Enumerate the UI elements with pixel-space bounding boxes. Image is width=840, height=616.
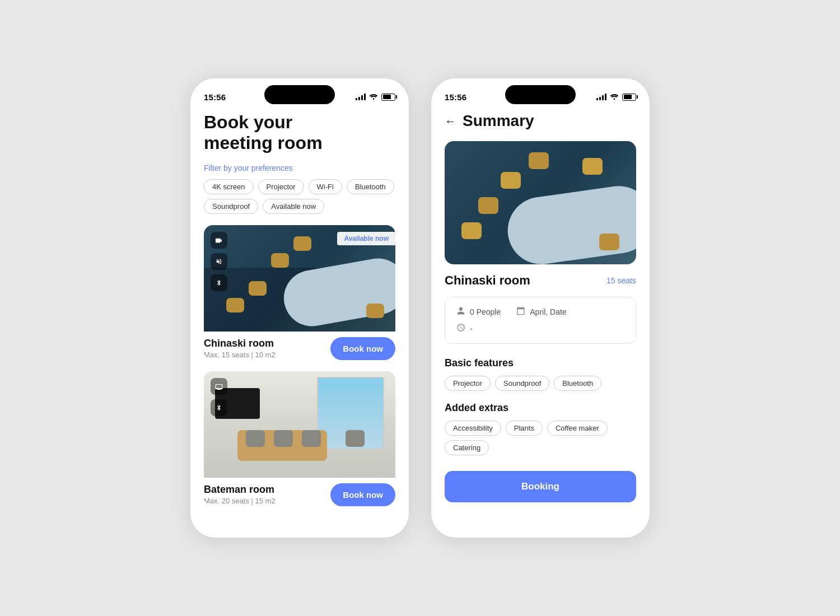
chip-4kscreen[interactable]: 4K screen: [204, 179, 254, 194]
summary-seats: 15 seats: [606, 276, 636, 285]
chair-lg-6: [582, 158, 603, 175]
room-image-chinaski: Available now: [204, 225, 395, 332]
summary-room-image: [445, 141, 636, 264]
screen2-content: ← Summary Chinaski room 15 seats: [431, 108, 650, 502]
extra-plants: Plants: [506, 421, 543, 436]
time-value: -: [470, 324, 473, 333]
room-card-bateman: Bateman room Max. 20 seats | 15 m2 Book …: [204, 371, 395, 506]
phone-screen1: 15:56 Book yourmeeting room Filter by yo…: [190, 78, 409, 538]
table-large: [503, 181, 636, 264]
extra-accessibility: Accessibility: [445, 421, 501, 436]
feature-soundproof: Soundproof: [495, 376, 549, 391]
added-extras-chips: Accessibility Plants Coffee maker Cateri…: [445, 421, 636, 455]
basic-features-chips: Projector Soundproof Bluetooth: [445, 376, 636, 391]
battery-icon-1: [381, 94, 395, 101]
chair-4: [226, 298, 244, 312]
bluetooth-icon-bateman: [211, 399, 227, 416]
summary-title: Summary: [463, 112, 534, 130]
chair-lg-2: [501, 172, 521, 189]
room-header-row: Chinaski room 15 seats: [445, 273, 636, 288]
feature-bluetooth: Bluetooth: [554, 376, 601, 391]
svg-point-0: [373, 98, 375, 100]
page-title: Book yourmeeting room: [204, 112, 395, 153]
date-value: April, Date: [530, 307, 566, 316]
screen-icon-bateman: [211, 378, 227, 395]
room-image-bateman: [204, 371, 395, 478]
calendar-icon: [516, 306, 525, 318]
status-icons-2: [596, 93, 636, 101]
screen1-content: Book yourmeeting room Filter by your pre…: [190, 108, 409, 506]
signal-icon-1: [356, 94, 366, 100]
room-details-bateman: Bateman room Max. 20 seats | 15 m2: [204, 484, 276, 505]
bateman-chair-4: [346, 430, 365, 447]
status-icons-1: [356, 93, 395, 101]
bateman-chair-2: [274, 430, 293, 447]
chair-2: [271, 253, 289, 268]
room-icons-chinaski: [211, 232, 227, 291]
chair-lg-4: [461, 222, 482, 239]
chinaski-large-visual: [445, 141, 636, 264]
room-info-bateman: Bateman room Max. 20 seats | 15 m2 Book …: [204, 483, 395, 506]
phone-screen2: 15:56 ← Summary: [431, 78, 650, 538]
booking-info-row2: -: [456, 323, 624, 334]
people-info: 0 People: [456, 306, 501, 318]
booking-button[interactable]: Booking: [445, 471, 636, 502]
chip-wifi[interactable]: Wi-Fi: [309, 179, 342, 194]
dynamic-island-1: [264, 85, 335, 104]
chair-lg-3: [478, 197, 498, 214]
room-name-chinaski: Chinaski room: [204, 338, 276, 349]
filter-chips: 4K screen Projector Wi-Fi Bluetooth Soun…: [204, 179, 395, 214]
chip-bluetooth[interactable]: Bluetooth: [347, 179, 394, 194]
mute-icon: [211, 253, 227, 270]
feature-projector: Projector: [445, 376, 491, 391]
status-bar-2: 15:56: [431, 78, 650, 108]
bateman-chair-1: [246, 430, 265, 447]
video-icon: [211, 232, 227, 249]
bateman-chair-3: [302, 430, 321, 447]
time-1: 15:56: [204, 92, 226, 102]
time-2: 15:56: [445, 92, 466, 102]
chair-lg-5: [599, 234, 619, 250]
chair-5: [366, 304, 384, 318]
book-now-bateman[interactable]: Book now: [330, 483, 395, 506]
filter-label: Filter by your preferences: [204, 164, 395, 172]
chair-lg-1: [529, 152, 549, 169]
back-button[interactable]: ←: [445, 115, 456, 128]
chip-available[interactable]: Available now: [263, 199, 324, 214]
extra-catering: Catering: [445, 440, 489, 455]
clock-icon: [456, 323, 465, 334]
wifi-icon-2: [610, 93, 619, 101]
room-meta-bateman: Max. 20 seats | 15 m2: [204, 497, 276, 505]
people-value: 0 People: [470, 307, 501, 316]
signal-icon-2: [596, 94, 606, 100]
summary-header: ← Summary: [445, 112, 636, 130]
people-icon: [456, 306, 465, 318]
added-extras-title: Added extras: [445, 402, 636, 414]
battery-icon-2: [622, 94, 636, 101]
wifi-icon-1: [369, 93, 378, 101]
book-now-chinaski[interactable]: Book now: [330, 337, 395, 360]
bluetooth-icon-card1: [211, 274, 227, 291]
extra-coffee: Coffee maker: [547, 421, 608, 436]
chip-soundproof[interactable]: Soundproof: [204, 199, 258, 214]
room-card-chinaski: Available now Chinaski room Max. 15 seat…: [204, 225, 395, 360]
time-info: -: [456, 323, 473, 334]
room-name-bateman: Bateman room: [204, 484, 276, 496]
status-bar-1: 15:56: [190, 78, 409, 108]
available-badge: Available now: [337, 232, 395, 245]
chair-1: [293, 236, 311, 251]
dynamic-island-2: [505, 85, 576, 104]
calendar-info: April, Date: [516, 306, 566, 318]
basic-features-title: Basic features: [445, 357, 636, 369]
room-info-chinaski: Chinaski room Max. 15 seats | 10 m2 Book…: [204, 337, 395, 360]
room-meta-chinaski: Max. 15 seats | 10 m2: [204, 351, 276, 359]
room-icons-bateman: [211, 378, 227, 416]
svg-point-1: [614, 98, 615, 100]
summary-room-name: Chinaski room: [445, 273, 530, 288]
table-visual: [279, 254, 395, 330]
chair-3: [249, 281, 267, 296]
chip-projector[interactable]: Projector: [258, 179, 304, 194]
booking-info-row1: 0 People April, Date: [456, 306, 624, 318]
booking-info-box: 0 People April, Date -: [445, 297, 636, 344]
room-details-chinaski: Chinaski room Max. 15 seats | 10 m2: [204, 338, 276, 359]
